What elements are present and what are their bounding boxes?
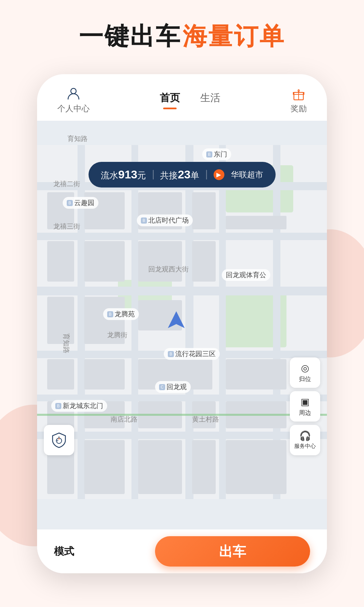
svg-point-0 [71,88,76,94]
title-orange: 海量订单 [183,23,285,50]
start-button[interactable]: 出车 [155,536,310,567]
location-marker [168,311,185,333]
map-buttons: ◎ 归位 ▣ 周边 🎧 服务中心 [290,357,320,455]
road-yuzhilu: 育知路 [67,134,88,143]
nav-home[interactable]: 首页 [160,91,180,109]
label-beidianshidaiguangchang: B北店时代广场 [137,214,193,226]
svg-rect-39 [84,440,125,494]
nav-active-indicator [163,108,177,109]
nearby-icon: ▣ [301,396,309,407]
svg-marker-44 [168,311,185,328]
stats-arrow-button[interactable]: ▶ [213,169,224,180]
label-liuxinghuayuan: B流行花园三区 [164,348,220,360]
bottom-bar: 模式 出车 [37,529,327,573]
svg-rect-21 [226,216,286,229]
service-center-button[interactable]: 🎧 服务中心 [290,425,320,455]
svg-rect-40 [138,440,182,494]
road-longfu2jie: 龙禧二街 [53,179,80,189]
mode-button[interactable]: 模式 [54,545,74,558]
stats-bar[interactable]: 流水913元 共接23单 ▶ 华联超市 [89,162,276,187]
shield-button[interactable]: + [44,425,74,455]
nearby-button[interactable]: ▣ 周边 [290,391,320,422]
nav-rewards[interactable]: 奖励 [291,86,307,114]
page-title: 一键出车 海量订单 [0,20,364,53]
label-dongmen: B东门 [202,148,231,160]
nav-personal-center[interactable]: 个人中心 [57,86,90,114]
nav-home-label: 首页 [160,91,180,105]
nearby-label: 周边 [299,409,311,417]
nav-bar: 个人中心 首页 生活 奖励 [37,74,327,121]
phone-frame: 个人中心 首页 生活 奖励 [37,74,327,573]
gift-icon [291,86,306,101]
svg-rect-15 [219,145,226,499]
road-yuzhi-lu2: 育知路 [62,333,71,353]
svg-rect-32 [226,359,286,389]
svg-rect-22 [47,241,74,282]
label-yunquyuan: B云趣园 [63,197,98,209]
svg-rect-13 [131,145,138,499]
label-longtengyuan: B龙腾苑 [103,308,139,320]
location-label: 归位 [299,375,311,383]
road-huangtu-cun: 黄土村路 [192,415,219,424]
location-icon: ◎ [301,363,309,374]
svg-rect-23 [84,241,125,282]
svg-rect-20 [192,192,216,229]
svg-rect-29 [47,359,74,389]
service-icon: 🎧 [299,430,311,441]
road-longfu3jie: 龙禧三街 [53,222,80,231]
label-huilongguan-tiyu: 回龙观体育公 [222,269,270,281]
stats-revenue: 流水913元 [101,168,146,181]
stats-orders: 共接23单 [160,168,199,181]
location-button[interactable]: ◎ 归位 [290,357,320,388]
road-huilongguan-xidajie: 回龙观西大街 [148,265,189,274]
person-icon [66,86,81,101]
nav-center-group: 首页 生活 [160,91,220,109]
map-area: 流水913元 共接23单 ▶ 华联超市 育知路 龙禧二街 龙禧三街 回南路 回龙… [37,115,327,529]
svg-rect-30 [84,359,125,389]
svg-rect-42 [226,440,286,494]
stats-divider [153,170,153,179]
label-xinlongcheng: B新龙城东北门 [51,400,107,412]
nav-personal-center-label: 个人中心 [57,103,90,114]
svg-rect-24 [138,241,182,282]
road-nandian-beilu: 南店北路 [111,415,138,424]
svg-rect-41 [192,440,216,494]
nav-life-label: 生活 [200,91,220,105]
svg-text:+: + [56,438,59,443]
service-label: 服务中心 [294,443,316,450]
stats-divider2 [206,170,207,179]
nav-rewards-label: 奖励 [291,103,307,114]
title-black: 一键出车 [79,23,181,50]
svg-rect-25 [192,241,216,282]
road-longteng-jie: 龙腾街 [107,330,127,340]
label-huilongguan: C回龙观 [155,381,191,393]
nav-life[interactable]: 生活 [200,91,220,109]
shield-icon: + [51,432,67,449]
stats-hualianchaoishi: 华联超市 [231,169,263,180]
